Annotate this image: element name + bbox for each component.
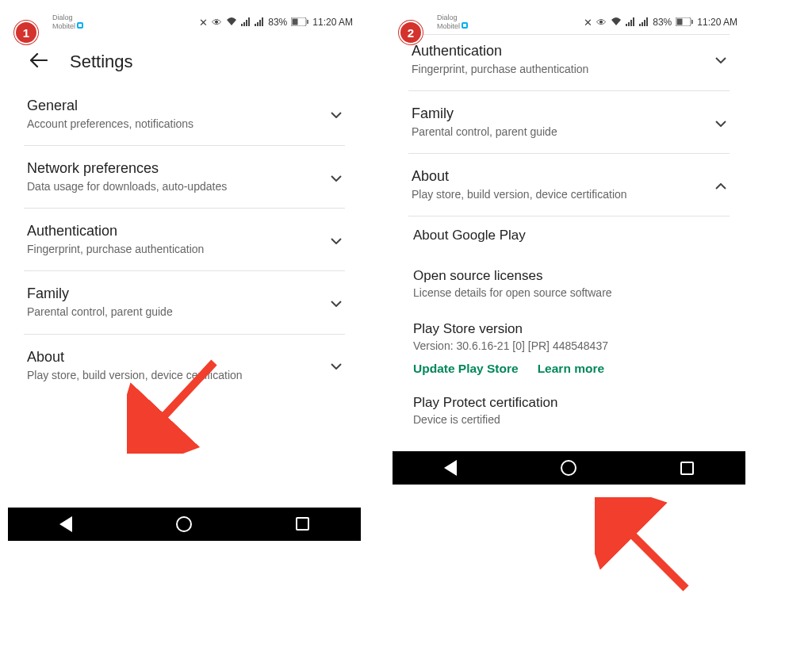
settings-list: General Account preferences, notificatio… [8, 90, 361, 397]
clock: 11:20 AM [697, 17, 737, 28]
header: Settings [8, 34, 361, 90]
subrow-title: About Google Play [413, 228, 725, 243]
carrier-label: Dialog Mobitel [437, 14, 468, 31]
row-family[interactable]: Family Parental control, parent guide [408, 91, 730, 154]
chevron-down-icon [715, 116, 726, 129]
svg-rect-16 [639, 24, 641, 26]
signal-icon [241, 17, 251, 29]
row-title: About [27, 349, 316, 366]
row-about[interactable]: About Play store, build version, device … [24, 335, 345, 397]
subrow-subtitle: License details for open source software [413, 286, 725, 299]
row-title: Authentication [27, 223, 316, 239]
back-icon[interactable] [30, 52, 48, 72]
svg-rect-18 [644, 20, 645, 26]
svg-rect-17 [642, 22, 643, 26]
battery-percent: 83% [268, 17, 287, 28]
svg-rect-12 [626, 24, 627, 26]
action-links: Update Play Store Learn more [408, 355, 730, 390]
svg-rect-14 [630, 20, 632, 26]
svg-rect-3 [248, 17, 250, 26]
subrow-title: Open source licenses [413, 268, 725, 284]
nav-back-icon[interactable] [444, 460, 457, 476]
svg-line-23 [617, 519, 686, 588]
svg-rect-19 [646, 17, 648, 26]
subrow-title: Play Store version [413, 321, 725, 337]
chevron-down-icon [331, 358, 342, 372]
svg-rect-5 [257, 22, 259, 26]
row-subtitle: Play store, build version, device certif… [412, 187, 701, 201]
phone-screen-1: 1 Dialog Mobitel ✕ 👁 83% [8, 10, 361, 541]
row-authentication[interactable]: Authentication Fingerprint, purchase aut… [408, 35, 730, 91]
mute-icon: ✕ [584, 17, 592, 29]
nav-recent-icon[interactable] [680, 462, 694, 475]
row-subtitle: Account preferences, notifications [27, 117, 316, 131]
svg-rect-4 [255, 24, 256, 26]
row-title: General [27, 98, 316, 114]
svg-rect-9 [293, 18, 298, 25]
svg-rect-10 [307, 20, 308, 24]
row-title: About [412, 168, 701, 185]
row-subtitle: Play store, build version, device certif… [27, 368, 316, 382]
svg-rect-15 [633, 17, 634, 26]
wifi-icon [611, 17, 622, 29]
row-title: Family [27, 285, 316, 302]
row-general[interactable]: General Account preferences, notificatio… [24, 90, 345, 146]
annotation-arrow-2 [595, 497, 706, 608]
battery-percent: 83% [653, 17, 672, 28]
svg-rect-22 [691, 20, 693, 24]
row-authentication[interactable]: Authentication Fingerprint, purchase aut… [24, 209, 345, 271]
step-badge-2: 2 [399, 21, 423, 44]
android-navbar [8, 508, 361, 541]
svg-rect-13 [628, 22, 630, 26]
row-network[interactable]: Network preferences Data usage for downl… [24, 146, 345, 209]
carrier-label: Dialog Mobitel [52, 14, 83, 31]
row-subtitle: Fingerprint, purchase authentication [412, 62, 701, 76]
svg-rect-21 [677, 18, 683, 25]
signal-icon-2 [255, 17, 264, 29]
mute-icon: ✕ [199, 17, 208, 29]
chevron-down-icon [715, 52, 726, 66]
status-bar: Dialog Mobitel ✕ 👁 83% 11:20 [8, 10, 361, 34]
page-title: Settings [70, 52, 133, 72]
battery-icon [676, 17, 693, 29]
row-subtitle: Parental control, parent guide [412, 125, 701, 139]
nav-recent-icon[interactable] [296, 517, 309, 531]
clock: 11:20 AM [312, 17, 353, 28]
android-navbar [393, 451, 745, 485]
subrow-version[interactable]: Play Store version Version: 30.6.16-21 [… [408, 310, 730, 355]
row-about[interactable]: About Play store, build version, device … [408, 154, 730, 216]
notification-icon [462, 22, 468, 29]
step-badge-1: 1 [14, 21, 38, 44]
phone-screen-2: 2 Dialog Mobitel ✕ 👁 83% [393, 10, 745, 541]
subrow-title: Play Protect certification [413, 395, 725, 411]
row-title: Family [412, 105, 701, 122]
nav-home-icon[interactable] [176, 516, 192, 532]
row-subtitle: Data usage for downloads, auto-updates [27, 179, 316, 193]
row-family[interactable]: Family Parental control, parent guide [24, 271, 345, 334]
eye-icon: 👁 [212, 17, 222, 29]
subrow-protect[interactable]: Play Protect certification Device is cer… [408, 390, 730, 437]
learn-more-link[interactable]: Learn more [538, 362, 604, 376]
row-subtitle: Parental control, parent guide [27, 305, 316, 319]
settings-list: Authentication Fingerprint, purchase aut… [393, 35, 745, 438]
subrow-subtitle: Version: 30.6.16-21 [0] [PR] 448548437 [413, 339, 725, 352]
svg-rect-7 [262, 17, 263, 26]
svg-rect-0 [241, 24, 243, 26]
nav-home-icon[interactable] [561, 460, 576, 476]
row-subtitle: Fingerprint, purchase authentication [27, 242, 316, 256]
status-bar: Dialog Mobitel ✕ 👁 83% 11:20 [393, 10, 745, 34]
nav-back-icon[interactable] [59, 516, 72, 532]
eye-icon: 👁 [596, 17, 607, 29]
subrow-licenses[interactable]: Open source licenses License details for… [408, 257, 730, 310]
svg-rect-1 [243, 22, 245, 26]
signal-icon [626, 17, 635, 29]
chevron-down-icon [331, 296, 342, 309]
update-play-store-link[interactable]: Update Play Store [413, 362, 519, 376]
subrow-about-gp[interactable]: About Google Play [408, 216, 730, 257]
chevron-down-icon [331, 107, 342, 121]
row-title: Network preferences [27, 160, 316, 177]
subrow-subtitle: Device is certified [413, 413, 725, 426]
battery-icon [291, 17, 308, 29]
svg-rect-6 [259, 20, 261, 26]
signal-icon-2 [639, 17, 649, 29]
